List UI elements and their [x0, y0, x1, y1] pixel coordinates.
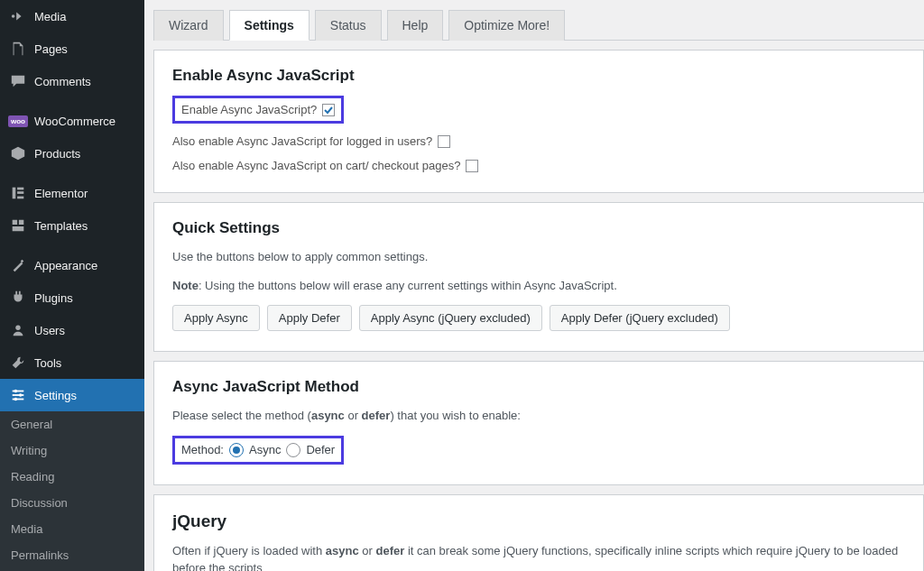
panel-heading: Quick Settings: [172, 219, 905, 237]
method-panel: Async JavaScript Method Please select th…: [153, 361, 924, 485]
panel-heading: Async JavaScript Method: [172, 378, 905, 396]
enable-cart-label: Also enable Async JavaScript on cart/ ch…: [172, 159, 460, 172]
woo-icon: woo: [9, 112, 27, 130]
enable-panel: Enable Async JavaScript Enable Async Jav…: [153, 50, 924, 193]
tab-status[interactable]: Status: [315, 10, 382, 41]
tools-icon: [9, 354, 27, 372]
sidebar-item-label: WooCommerce: [34, 115, 116, 128]
sidebar-item-templates[interactable]: Templates: [0, 209, 144, 242]
main-content: Wizard Settings Status Help Optimize Mor…: [144, 0, 924, 571]
method-highlight-box: Method: Async Defer: [172, 436, 344, 465]
method-async-label: Async: [249, 443, 281, 456]
svg-point-5: [15, 326, 20, 330]
svg-rect-1: [13, 188, 16, 199]
svg-rect-3: [17, 191, 23, 194]
svg-point-11: [14, 398, 18, 401]
sidebar-item-label: Users: [34, 324, 65, 337]
submenu-item-writing[interactable]: Writing: [0, 437, 144, 464]
enable-loggedin-checkbox[interactable]: [438, 135, 450, 148]
submenu-item-general[interactable]: General: [0, 411, 144, 437]
submenu-item-permalinks[interactable]: Permalinks: [0, 542, 144, 568]
appearance-icon: [9, 256, 27, 274]
enable-aj-checkbox[interactable]: [322, 104, 335, 116]
tab-help[interactable]: Help: [387, 10, 444, 41]
admin-sidebar: Media Pages Comments wooWooCommerce Prod…: [0, 0, 144, 571]
users-icon: [9, 321, 27, 339]
panel-heading: jQuery: [172, 511, 905, 531]
settings-icon: [9, 386, 27, 404]
apply-async-button[interactable]: Apply Async: [172, 305, 260, 331]
elementor-icon: [9, 184, 27, 202]
submenu-item-reading[interactable]: Reading: [0, 464, 144, 490]
tab-optimize-more[interactable]: Optimize More!: [448, 10, 565, 41]
media-icon: [9, 7, 27, 25]
enable-highlight-box: Enable Async JavaScript?: [172, 96, 344, 124]
sidebar-item-settings[interactable]: Settings: [0, 379, 144, 411]
sidebar-item-label: Tools: [34, 356, 61, 370]
sidebar-item-tools[interactable]: Tools: [0, 346, 144, 379]
svg-point-10: [19, 393, 23, 397]
sidebar-item-elementor[interactable]: Elementor: [0, 177, 144, 209]
sidebar-item-label: Products: [34, 147, 80, 161]
method-async-radio[interactable]: [229, 443, 244, 457]
quick-note: Note: Using the buttons below will erase…: [172, 277, 905, 295]
quick-panel: Quick Settings Use the buttons below to …: [153, 202, 924, 352]
sidebar-item-label: Pages: [34, 42, 68, 56]
submenu-item-discussion[interactable]: Discussion: [0, 490, 144, 516]
plugins-icon: [9, 289, 27, 307]
sidebar-item-label: Appearance: [34, 259, 97, 272]
products-icon: [9, 144, 27, 162]
sidebar-item-label: Media: [34, 10, 66, 23]
panel-heading: Enable Async JavaScript: [172, 67, 905, 85]
sidebar-item-label: Elementor: [34, 187, 88, 200]
sidebar-item-label: Plugins: [34, 291, 73, 305]
jquery-text-1: Often if jQuery is loaded with async or …: [172, 542, 905, 572]
pages-icon: [9, 40, 27, 58]
quick-intro: Use the buttons below to apply common se…: [172, 248, 905, 266]
apply-async-jq-excluded-button[interactable]: Apply Async (jQuery excluded): [359, 305, 542, 331]
svg-point-9: [14, 390, 18, 393]
enable-loggedin-label: Also enable Async JavaScript for logged …: [172, 134, 432, 148]
sidebar-item-label: Settings: [34, 389, 77, 402]
sidebar-item-comments[interactable]: Comments: [0, 65, 144, 97]
sidebar-item-pages[interactable]: Pages: [0, 32, 144, 65]
method-defer-label: Defer: [306, 443, 335, 456]
method-intro: Please select the method (async or defer…: [172, 407, 905, 425]
sidebar-item-products[interactable]: Products: [0, 137, 144, 170]
jquery-panel: jQuery Often if jQuery is loaded with as…: [153, 494, 924, 572]
svg-rect-2: [17, 188, 23, 190]
tab-wizard[interactable]: Wizard: [153, 10, 224, 41]
svg-rect-4: [17, 197, 23, 199]
sidebar-item-plugins[interactable]: Plugins: [0, 281, 144, 314]
apply-defer-button[interactable]: Apply Defer: [267, 305, 352, 331]
method-label: Method:: [181, 443, 224, 456]
tab-settings[interactable]: Settings: [229, 10, 310, 41]
settings-submenu: General Writing Reading Discussion Media…: [0, 411, 144, 571]
enable-cart-checkbox[interactable]: [466, 160, 478, 172]
svg-point-0: [12, 14, 15, 18]
sidebar-item-media[interactable]: Media: [0, 0, 144, 32]
comments-icon: [9, 72, 27, 90]
templates-icon: [9, 216, 27, 235]
apply-defer-jq-excluded-button[interactable]: Apply Defer (jQuery excluded): [550, 305, 730, 331]
sidebar-item-appearance[interactable]: Appearance: [0, 249, 144, 281]
sidebar-item-label: Templates: [34, 219, 88, 233]
sidebar-item-users[interactable]: Users: [0, 314, 144, 346]
sidebar-item-woocommerce[interactable]: wooWooCommerce: [0, 105, 144, 137]
tabs: Wizard Settings Status Help Optimize Mor…: [153, 9, 924, 41]
method-defer-radio[interactable]: [286, 443, 300, 457]
sidebar-item-label: Comments: [34, 75, 91, 88]
enable-aj-label: Enable Async JavaScript?: [181, 103, 317, 116]
submenu-item-media[interactable]: Media: [0, 516, 144, 542]
